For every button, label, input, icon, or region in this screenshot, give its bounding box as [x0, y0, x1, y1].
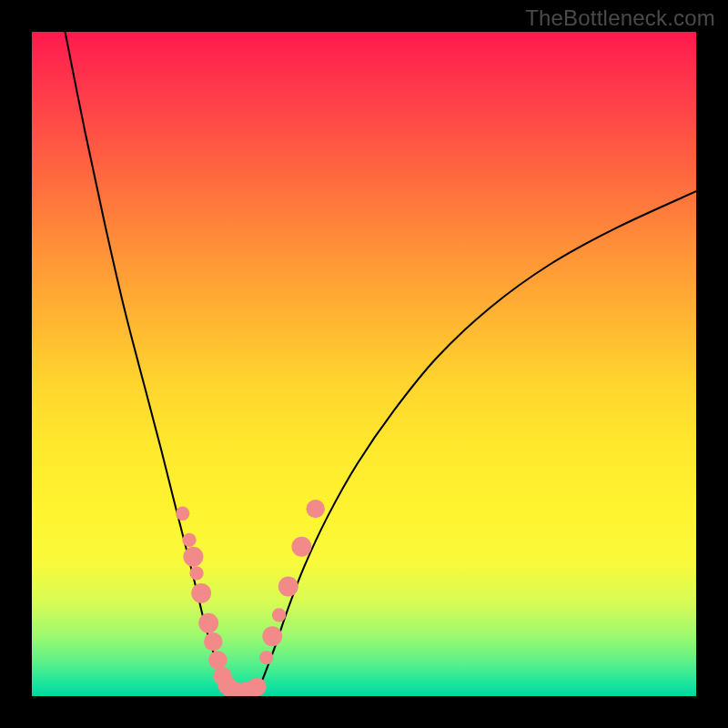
plot-gradient: [32, 32, 696, 696]
watermark-text: TheBottleneck.com: [525, 5, 715, 31]
chart-stage: TheBottleneck.com: [0, 0, 728, 728]
